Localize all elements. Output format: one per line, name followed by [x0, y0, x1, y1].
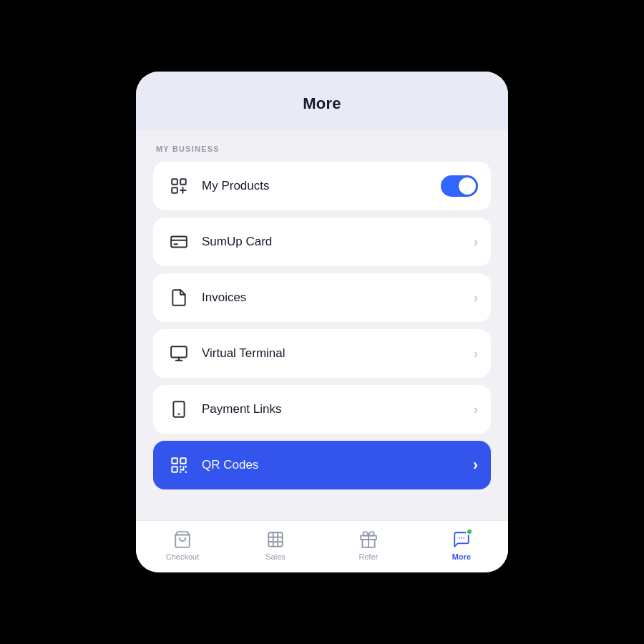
svg-rect-2 — [172, 187, 177, 193]
svg-point-29 — [461, 537, 462, 539]
sales-icon — [265, 530, 286, 550]
svg-point-30 — [463, 537, 464, 539]
bottom-nav: Checkout Sales Refer More — [136, 520, 508, 572]
nav-item-more[interactable]: More — [415, 530, 508, 561]
my-products-toggle[interactable] — [441, 175, 478, 197]
payment-links-icon — [166, 396, 192, 422]
content-area: MY BUSINESS My Products SumUp Card › Inv… — [136, 130, 508, 513]
page-title: More — [303, 94, 341, 112]
my-products-icon — [166, 173, 192, 199]
menu-item-invoices[interactable]: Invoices › — [153, 273, 491, 322]
menu-item-sumup-card[interactable]: SumUp Card › — [153, 218, 491, 266]
menu-item-virtual-terminal[interactable]: Virtual Terminal › — [153, 329, 491, 378]
refer-nav-label: Refer — [359, 552, 379, 561]
svg-rect-0 — [172, 179, 177, 185]
svg-rect-13 — [172, 458, 177, 464]
sumup-card-icon — [166, 229, 192, 255]
checkout-nav-label: Checkout — [166, 552, 199, 561]
sumup-card-label: SumUp Card — [202, 235, 474, 249]
nav-item-checkout[interactable]: Checkout — [136, 530, 229, 561]
virtual-terminal-chevron: › — [474, 346, 478, 361]
menu-item-payment-links[interactable]: Payment Links › — [153, 385, 491, 434]
more-nav-label: More — [452, 552, 471, 561]
invoices-label: Invoices — [202, 291, 474, 305]
qr-codes-icon — [166, 452, 192, 478]
payment-links-label: Payment Links — [202, 402, 474, 416]
qr-codes-label: QR Codes — [202, 458, 473, 472]
sales-nav-label: Sales — [265, 552, 286, 561]
phone-card: More MY BUSINESS My Products SumUp Card … — [136, 72, 508, 572]
svg-rect-15 — [172, 467, 177, 472]
section-label: MY BUSINESS — [156, 145, 491, 153]
svg-rect-14 — [180, 458, 186, 464]
svg-rect-5 — [171, 236, 187, 247]
payment-links-chevron: › — [474, 402, 478, 417]
header: More — [136, 72, 508, 130]
virtual-terminal-label: Virtual Terminal — [202, 346, 474, 361]
sumup-card-chevron: › — [474, 235, 478, 250]
svg-rect-8 — [171, 346, 187, 357]
invoices-icon — [166, 285, 192, 311]
invoices-chevron: › — [474, 291, 478, 306]
svg-rect-1 — [180, 179, 186, 185]
more-icon — [452, 530, 472, 550]
notification-dot — [466, 528, 473, 535]
virtual-terminal-icon — [166, 341, 192, 366]
menu-item-my-products[interactable]: My Products — [153, 162, 491, 210]
nav-item-refer[interactable]: Refer — [322, 530, 415, 561]
menu-item-qr-codes[interactable]: QR Codes › — [153, 441, 491, 489]
svg-rect-23 — [268, 532, 283, 547]
svg-point-28 — [459, 537, 460, 539]
my-products-label: My Products — [202, 179, 441, 193]
qr-codes-chevron: › — [473, 456, 478, 474]
refer-icon — [358, 530, 379, 550]
checkout-icon — [172, 530, 192, 550]
nav-item-sales[interactable]: Sales — [229, 530, 322, 561]
